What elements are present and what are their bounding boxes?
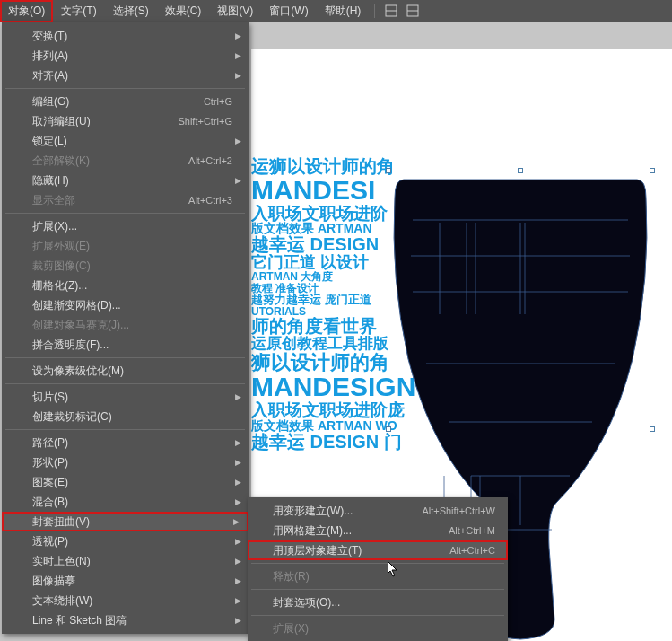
menu-item[interactable]: 封套扭曲(V) xyxy=(2,512,249,531)
submenu-shortcut: Alt+Ctrl+M xyxy=(449,525,495,536)
submenu-shortcut: Alt+Ctrl+C xyxy=(449,545,495,556)
menu-item[interactable]: 文本绕排(W) xyxy=(2,591,249,610)
menu-item-label: 隐藏(H) xyxy=(32,173,69,189)
submenu-item-label: 用网格建立(M)... xyxy=(273,523,352,539)
menu-item-label: 拼合透明度(F)... xyxy=(32,338,109,353)
submenu-item-label: 释放(R) xyxy=(273,569,310,584)
envelope-distort-submenu: 用变形建立(W)...Alt+Shift+Ctrl+W用网格建立(M)...Al… xyxy=(248,497,508,641)
menu-item-label: 裁剪图像(C) xyxy=(32,259,91,274)
menu-item[interactable]: 切片(S) xyxy=(2,387,249,407)
menu-item[interactable]: 创建裁切标记(C) xyxy=(2,407,249,426)
menu-item-label: 创建裁切标记(C) xyxy=(32,409,112,425)
submenu-item-label: 封套选项(O)... xyxy=(273,595,340,610)
submenu-item[interactable]: 用变形建立(W)...Alt+Shift+Ctrl+W xyxy=(248,501,508,521)
menu-item[interactable]: 隐藏(H) xyxy=(2,171,249,190)
menu-item-label: 设为像素级优化(M) xyxy=(32,364,124,379)
menu-item-label: 透视(P) xyxy=(32,534,68,549)
menu-item[interactable]: 混合(B) xyxy=(2,492,249,512)
menu-item-label: Line 和 Sketch 图稿 xyxy=(32,613,127,628)
menu-item-label: 文本绕排(W) xyxy=(32,593,92,609)
selection-handle[interactable] xyxy=(650,426,655,432)
menu-item[interactable]: 栅格化(Z)... xyxy=(2,276,249,295)
menu-item[interactable]: 创建渐变网格(D)... xyxy=(2,295,249,315)
menubar: 对象(O)文字(T)选择(S)效果(C)视图(V)窗口(W)帮助(H) xyxy=(0,0,672,22)
menu-item[interactable]: 透视(P) xyxy=(2,531,249,551)
menu-item-label: 路径(P) xyxy=(32,435,68,451)
menu-shortcut: Shift+Ctrl+G xyxy=(178,116,232,127)
menubar-item[interactable]: 帮助(H) xyxy=(317,0,370,22)
menu-item[interactable]: 设为像素级优化(M) xyxy=(2,361,249,381)
selection-handle[interactable] xyxy=(518,168,523,173)
menu-item: 裁剪图像(C) xyxy=(2,256,249,276)
menu-item: 显示全部Alt+Ctrl+3 xyxy=(2,190,249,210)
menubar-item[interactable]: 窗口(W) xyxy=(261,0,316,22)
menubar-item[interactable]: 选择(S) xyxy=(105,0,157,22)
submenu-item[interactable]: 用网格建立(M)...Alt+Ctrl+M xyxy=(248,521,508,540)
menu-item-label: 锁定(L) xyxy=(32,134,67,149)
menu-shortcut: Alt+Ctrl+2 xyxy=(188,155,232,166)
selection-handle[interactable] xyxy=(386,168,391,173)
menu-item-label: 全部解锁(K) xyxy=(32,154,90,169)
menu-item[interactable]: Line 和 Sketch 图稿 xyxy=(2,610,249,630)
menu-item-label: 创建渐变网格(D)... xyxy=(32,298,121,313)
menu-item: 扩展外观(E) xyxy=(2,236,249,256)
submenu-item: 扩展(X) xyxy=(248,619,508,638)
submenu-item: 释放(R) xyxy=(248,566,508,586)
adjust-icon[interactable] xyxy=(406,4,420,18)
menu-item-label: 变换(T) xyxy=(32,29,67,44)
menu-item[interactable]: 锁定(L) xyxy=(2,131,249,151)
menu-item-label: 显示全部 xyxy=(32,193,75,208)
menu-item[interactable]: 取消编组(U)Shift+Ctrl+G xyxy=(2,111,249,131)
menu-item: 全部解锁(K)Alt+Ctrl+2 xyxy=(2,151,249,171)
menu-item[interactable]: 形状(P) xyxy=(2,452,249,472)
menu-item[interactable]: 图像描摹 xyxy=(2,571,249,591)
menu-item[interactable]: 对齐(A) xyxy=(2,66,249,85)
layout-icon[interactable] xyxy=(384,4,398,18)
submenu-item-label: 用变形建立(W)... xyxy=(273,504,353,519)
menu-item-label: 扩展(X)... xyxy=(32,219,77,234)
menu-shortcut: Ctrl+G xyxy=(204,96,232,107)
menu-item[interactable]: 实时上色(N) xyxy=(2,551,249,571)
menu-item[interactable]: 图案(E) xyxy=(2,472,249,492)
menu-item-label: 图像描摹 xyxy=(32,574,75,589)
menubar-item[interactable]: 文字(T) xyxy=(53,0,104,22)
menubar-item[interactable]: 效果(C) xyxy=(157,0,210,22)
submenu-item[interactable]: 封套选项(O)... xyxy=(248,593,508,612)
submenu-item-label: 用顶层对象建立(T) xyxy=(273,543,362,558)
menubar-item[interactable]: 对象(O) xyxy=(0,0,53,22)
menu-item-label: 实时上色(N) xyxy=(32,554,91,569)
menu-item-label: 混合(B) xyxy=(32,495,68,510)
menu-item-label: 切片(S) xyxy=(32,390,68,405)
submenu-shortcut: Alt+Shift+Ctrl+W xyxy=(422,505,495,516)
menu-shortcut: Alt+Ctrl+3 xyxy=(188,195,232,206)
menu-item-label: 形状(P) xyxy=(32,455,68,470)
menu-item-label: 栅格化(Z)... xyxy=(32,278,87,294)
menu-item[interactable]: 拼合透明度(F)... xyxy=(2,335,249,355)
menu-item[interactable]: 路径(P) xyxy=(2,433,249,452)
menu-item-label: 取消编组(U) xyxy=(32,114,91,129)
menu-item-label: 图案(E) xyxy=(32,475,68,490)
menu-item-label: 创建对象马赛克(J)... xyxy=(32,318,129,333)
menu-item: 创建对象马赛克(J)... xyxy=(2,315,249,335)
menu-item-label: 扩展外观(E) xyxy=(32,239,90,254)
menu-item[interactable]: 编组(G)Ctrl+G xyxy=(2,92,249,111)
menubar-item[interactable]: 视图(V) xyxy=(209,0,261,22)
menu-item[interactable]: 排列(A) xyxy=(2,46,249,66)
submenu-item-label: 扩展(X) xyxy=(273,621,309,637)
submenu-item[interactable]: 用顶层对象建立(T)Alt+Ctrl+C xyxy=(248,540,508,560)
selection-handle[interactable] xyxy=(650,168,655,173)
menu-item-label: 对齐(A) xyxy=(32,68,68,83)
object-menu-dropdown: 变换(T)排列(A)对齐(A)编组(G)Ctrl+G取消编组(U)Shift+C… xyxy=(2,22,249,634)
menu-item[interactable]: 扩展(X)... xyxy=(2,216,249,236)
menu-item-label: 编组(G) xyxy=(32,94,69,110)
menu-item-label: 封套扭曲(V) xyxy=(32,514,90,530)
menu-item[interactable]: 变换(T) xyxy=(2,26,249,46)
selection-handle[interactable] xyxy=(386,426,391,432)
menu-item-label: 排列(A) xyxy=(32,48,68,64)
